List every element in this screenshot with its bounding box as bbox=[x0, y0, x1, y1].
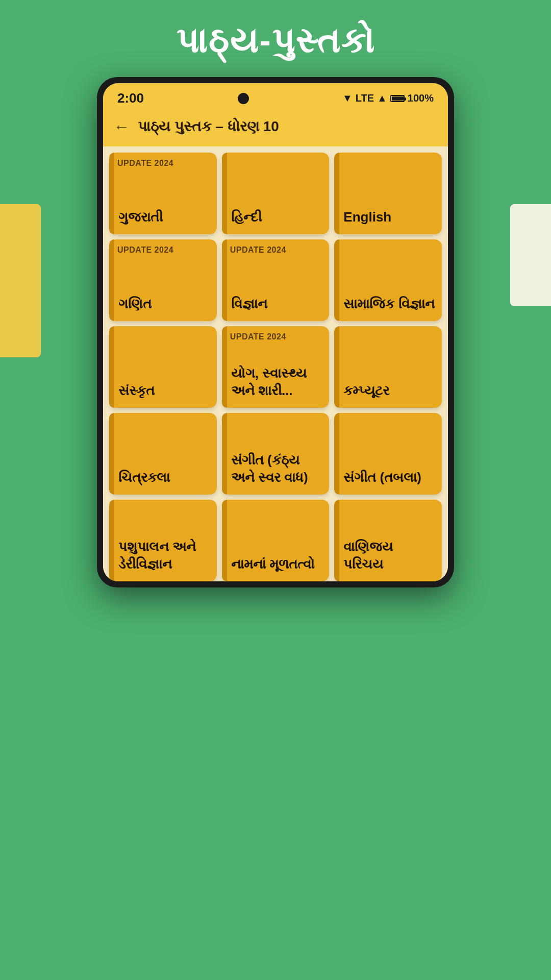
subject-name-3: English bbox=[343, 209, 391, 226]
update-badge-5: UPDATE 2024 bbox=[230, 246, 286, 255]
subject-card-7[interactable]: સંસ્કૃત bbox=[109, 326, 217, 408]
subject-card-2[interactable]: હિન્દી bbox=[222, 153, 330, 234]
camera-dot bbox=[238, 93, 249, 104]
update-badge-8: UPDATE 2024 bbox=[230, 332, 286, 341]
subject-card-9[interactable]: કમ્પ્યૂટર bbox=[334, 326, 442, 408]
subject-name-5: વિજ્ઞાન bbox=[231, 296, 267, 313]
subject-card-14[interactable]: નામનાં મૂળતત્વો bbox=[222, 500, 330, 581]
subject-name-12: સંગીત (તબલા) bbox=[343, 469, 421, 486]
subject-card-1[interactable]: UPDATE 2024ગુજરાતી bbox=[109, 153, 217, 234]
subject-name-15: વાણિજ્ય પરિચય bbox=[343, 538, 436, 573]
subject-card-11[interactable]: સંગીત (કંઠ્ય અને સ્વર વાધ) bbox=[222, 413, 330, 495]
signal-label: LTE bbox=[356, 92, 374, 104]
battery-percent: 100% bbox=[408, 92, 434, 104]
subject-card-5[interactable]: UPDATE 2024વિજ્ઞાન bbox=[222, 239, 330, 321]
subject-name-14: નામનાં મૂળતત્વો bbox=[231, 556, 315, 573]
update-badge-4: UPDATE 2024 bbox=[117, 246, 173, 255]
subject-name-8: યોગ, સ્વાસ્થ્ય અને શારી... bbox=[231, 365, 323, 400]
battery-icon bbox=[390, 95, 405, 102]
subject-name-2: હિન્દી bbox=[231, 209, 262, 226]
status-time: 2:00 bbox=[117, 90, 144, 106]
back-button[interactable]: ← bbox=[113, 117, 130, 136]
subject-name-9: કમ્પ્યૂટર bbox=[343, 382, 389, 400]
subject-card-12[interactable]: સંગીત (તબલા) bbox=[334, 413, 442, 495]
subject-card-8[interactable]: UPDATE 2024યોગ, સ્વાસ્થ્ય અને શારી... bbox=[222, 326, 330, 408]
phone-screen: 2:00 ▼ LTE ▲ 100% ← પાઠ્ય પુસ્તક – ધોરણ … bbox=[103, 83, 448, 581]
status-icons: ▼ LTE ▲ 100% bbox=[342, 92, 434, 104]
nav-title: પાઠ્ય પુસ્તક – ધોરણ 10 bbox=[138, 118, 279, 135]
subject-name-6: સામાજિક વિજ્ઞાન bbox=[343, 296, 434, 313]
subject-name-13: પશુપાલન અને ડેરીવિજ્ઞાન bbox=[118, 538, 211, 573]
signal-bars-icon: ▲ bbox=[377, 92, 387, 104]
subject-card-15[interactable]: વાણિજ્ય પરિચય bbox=[334, 500, 442, 581]
page-title: પાઠ્ય-પુસ્તકો bbox=[10, 20, 541, 62]
page-header: પાઠ્ય-પુસ્તકો bbox=[0, 0, 551, 77]
update-badge-1: UPDATE 2024 bbox=[117, 159, 173, 168]
subject-name-11: સંગીત (કંઠ્ય અને સ્વર વાધ) bbox=[231, 452, 323, 486]
subject-card-13[interactable]: પશુપાલન અને ડેરીવિજ્ઞાન bbox=[109, 500, 217, 581]
book-decor-right bbox=[510, 204, 551, 306]
book-decor-left bbox=[0, 204, 41, 357]
subject-name-10: ચિત્રકલા bbox=[118, 469, 170, 486]
subject-grid: UPDATE 2024ગુજરાતીહિન્દીEnglishUPDATE 20… bbox=[103, 146, 448, 581]
phone-frame: 2:00 ▼ LTE ▲ 100% ← પાઠ્ય પુસ્તક – ધોરણ … bbox=[97, 77, 454, 587]
subject-card-10[interactable]: ચિત્રકલા bbox=[109, 413, 217, 495]
subject-card-4[interactable]: UPDATE 2024ગણિત bbox=[109, 239, 217, 321]
battery-fill bbox=[392, 96, 404, 101]
status-bar: 2:00 ▼ LTE ▲ 100% bbox=[103, 83, 448, 110]
wifi-icon: ▼ bbox=[342, 92, 353, 104]
top-nav: ← પાઠ્ય પુસ્તક – ધોરણ 10 bbox=[103, 110, 448, 146]
subject-name-4: ગણિત bbox=[118, 296, 152, 313]
subject-name-7: સંસ્કૃત bbox=[118, 382, 155, 400]
subject-card-6[interactable]: સામાજિક વિજ્ઞાન bbox=[334, 239, 442, 321]
subject-card-3[interactable]: English bbox=[334, 153, 442, 234]
subject-name-1: ગુજરાતી bbox=[118, 209, 163, 226]
